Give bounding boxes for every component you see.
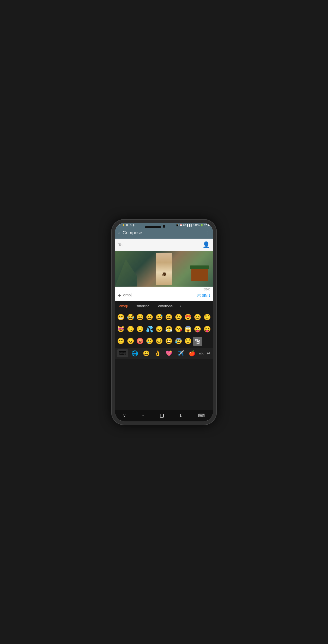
app-title: Compose [123,230,205,236]
emoji-tab-bar: emoji smoking emotional › [115,301,213,311]
emoji-smirk[interactable]: 😏 [126,324,135,334]
camera [163,225,165,228]
speaker [145,226,161,228]
emoji-row-2: 😻 😏 😒 💦 😞 😤 😘 😱 😜 😝 [115,323,213,335]
emoji-kissing-heart[interactable]: 😘 [173,324,183,334]
emoji-smiley[interactable]: 😃 [135,312,145,322]
vibrate-icon: 📳 [176,224,179,226]
emoji-grin[interactable]: 😁 [116,312,126,322]
alarm-icon: ⏰ [179,224,182,226]
mms-image-area: 兰亭序 [115,251,213,287]
emoji-category-ok[interactable]: 👌 [153,350,162,357]
building-roof-decor [190,265,209,269]
del-label: DEL [195,338,200,341]
delete-button[interactable]: DEL ⌫ [193,337,202,346]
add-attachment-button[interactable]: + [118,292,121,299]
emoji-angry[interactable]: 😠 [126,336,135,346]
tab-emotional[interactable]: emotional [154,301,178,311]
message-text-input[interactable] [123,293,194,298]
nav-keyboard-button[interactable]: ⌨ [198,413,205,419]
emoji-disappointed[interactable]: 😞 [155,324,164,334]
emoji-row-3: 😑 😠 😡 😢 😣 😩 😰 😟 DEL ⌫ [115,335,213,348]
to-input[interactable] [125,242,202,247]
more-options-button[interactable]: ⋮ [205,230,210,236]
emoji-bottom-toolbar: ⌨ 🌐 😃 👌 💖 ✈️ 🍎 abc ↵ [115,348,213,359]
emoji-expressionless[interactable]: 😑 [116,336,126,346]
emoji-category-heart[interactable]: 💖 [165,350,173,357]
record-icon: ⊙ [130,224,132,226]
nav-back-button[interactable]: ∨ [123,413,126,418]
emoji-blush[interactable]: 😊 [193,312,202,322]
compose-area: 5/160 + 📨 SIM 1 [115,287,213,301]
emoji-laughing[interactable]: 😆 [164,312,173,322]
tab-smoking[interactable]: smoking [132,301,154,311]
message-row: + 📨 SIM 1 [115,291,213,301]
abc-label[interactable]: abc [199,352,204,355]
emoji-weary[interactable]: 😩 [164,336,173,346]
battery-percent: 100% [193,224,200,226]
mountain-left-decor [115,259,137,287]
emoji-joy[interactable]: 😂 [126,312,135,322]
signal-icon: ▌▌▌ [187,224,192,226]
status-left-icons: </> ⚡ ▦ ⊙ ψ [118,224,134,226]
nav-home-button[interactable]: ⌂ [142,413,144,418]
emoji-relieved[interactable]: 😌 [202,312,212,322]
emoji-wink[interactable]: 😉 [173,312,183,322]
emoji-heart-cat[interactable]: 😻 [116,324,126,334]
emoji-persevere[interactable]: 😣 [155,336,164,346]
tab-emoji[interactable]: emoji [115,301,132,311]
code-icon: </> [118,224,121,226]
sim-selector[interactable]: 📨 SIM 1 [197,293,210,298]
del-icon: ⌫ [196,341,200,344]
emoji-cold-sweat[interactable]: 😰 [173,336,183,346]
emoji-smile[interactable]: 😄 [145,312,154,322]
contact-picker-icon[interactable]: 👤 [202,241,210,248]
emoji-category-faces[interactable]: 😃 [142,350,151,357]
building-decor [191,268,208,281]
emoji-sweat-smile[interactable]: 😅 [155,312,164,322]
sim-label: SIM 1 [202,294,210,297]
to-field-row: To 👤 [115,239,213,251]
phone-screen: </> ⚡ ▦ ⊙ ψ 📳 ⏰ 3G ▌▌▌ 100% 🔋 17:48 ‹ Co… [115,223,213,421]
emoji-triumph[interactable]: 😤 [164,324,173,334]
nav-recents-button[interactable] [160,414,164,418]
emoji-category-food[interactable]: 🍎 [188,350,197,357]
emoji-rage[interactable]: 😡 [135,336,145,346]
emoji-wink-tongue[interactable]: 😜 [193,324,202,334]
emoji-row-1: 😁 😂 😃 😄 😅 😆 😉 😍 😊 😌 [115,311,213,323]
battery-icon: 🔋 [200,224,203,226]
status-right-icons: 📳 ⏰ 3G ▌▌▌ 100% 🔋 17:48 [176,224,210,226]
emoji-worried[interactable]: 😟 [183,336,193,346]
enter-button[interactable]: ↵ [207,350,211,356]
emoji-category-travel[interactable]: ✈️ [176,350,185,357]
emoji-cry[interactable]: 😢 [145,336,154,346]
char-count: 5/160 [115,287,213,291]
emoji-heart-eyes[interactable]: 😍 [183,312,193,322]
nav-down-button[interactable]: ⬇ [179,414,182,418]
emoji-scream[interactable]: 😱 [183,324,193,334]
emoji-keyboard: 😁 😂 😃 😄 😅 😆 😉 😍 😊 😌 😻 😏 😒 💦 😞 😤 😘 [115,311,213,410]
keyboard-toggle-button[interactable]: ⌨ [117,349,128,357]
phone-frame: </> ⚡ ▦ ⊙ ψ 📳 ⏰ 3G ▌▌▌ 100% 🔋 17:48 ‹ Co… [111,219,217,425]
emoji-stuck-tongue[interactable]: 😝 [202,324,212,334]
to-label: To [118,242,123,247]
sd-icon: ▦ [126,224,128,226]
scroll-decor: 兰亭序 [156,253,172,285]
nav-bar: ∨ ⌂ ⬇ ⌨ [115,410,213,421]
emoji-empty [202,336,212,346]
globe-button[interactable]: 🌐 [130,350,139,357]
emoji-unamused[interactable]: 😒 [135,324,145,334]
time-display: 17:48 [204,224,210,226]
android-icon: ψ [133,224,134,226]
emoji-sweat[interactable]: 💦 [145,324,154,334]
sim-icon: 📨 [197,293,201,298]
tab-more[interactable]: › [178,301,183,311]
back-button[interactable]: ‹ [118,230,120,236]
usb-icon: ⚡ [122,224,125,226]
app-bar: ‹ Compose ⋮ [115,227,213,239]
network-type: 3G [183,224,186,226]
